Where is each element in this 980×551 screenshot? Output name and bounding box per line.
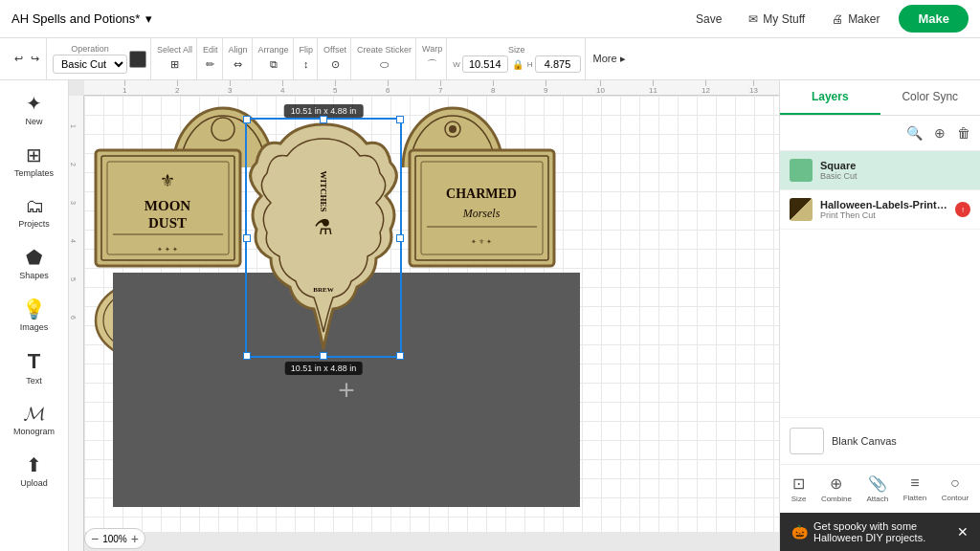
align-group: Align ⇔	[225, 38, 253, 79]
top-bar: AH Spells and Potions* ▾ Save ✉ My Stuff…	[0, 0, 980, 38]
warp-button[interactable]: ⌒	[424, 55, 440, 75]
text-icon: T	[28, 349, 40, 374]
main-area: ✦ New ⊞ Templates 🗂 Projects ⬟ Shapes 💡 …	[0, 80, 980, 551]
width-input[interactable]	[462, 55, 508, 73]
layer-item-square[interactable]: Square Basic Cut	[780, 151, 980, 190]
sidebar-item-projects[interactable]: 🗂 Projects	[6, 187, 63, 236]
sidebar-item-templates[interactable]: ⊞ Templates	[6, 136, 63, 186]
contour-action[interactable]: ○ Contour	[938, 471, 972, 507]
layer-badge-halloween: !	[955, 202, 970, 217]
sidebar-item-upload[interactable]: ⬆ Upload	[6, 446, 63, 496]
layer-item-halloween[interactable]: Halloween-Labels-Printa... Print Then Cu…	[780, 190, 980, 230]
sidebar-label-images: Images	[20, 322, 49, 332]
sidebar-item-shapes[interactable]: ⬟ Shapes	[6, 238, 63, 288]
more-button[interactable]: More ▸	[588, 53, 632, 65]
tab-layers[interactable]: Layers	[780, 80, 880, 115]
left-sidebar: ✦ New ⊞ Templates 🗂 Projects ⬟ Shapes 💡 …	[0, 80, 69, 551]
combine-action-label: Combine	[821, 495, 852, 503]
flip-button[interactable]: ↕	[301, 55, 312, 73]
monogram-icon: 𝓜	[24, 403, 44, 425]
offset-button[interactable]: ⊙	[328, 55, 343, 74]
sidebar-label-projects: Projects	[18, 219, 50, 229]
edit-button[interactable]: ✏	[203, 55, 217, 74]
save-button[interactable]: Save	[688, 9, 729, 30]
make-button[interactable]: Make	[899, 5, 969, 33]
label-witches-brew[interactable]: WITCHES BREW ⚗ 10.51 in x 4.88 in	[247, 120, 400, 354]
arrange-button[interactable]: ⧉	[267, 55, 280, 74]
projects-icon: 🗂	[25, 195, 44, 217]
align-item: Align ⇔	[229, 45, 248, 74]
select-all-item: Select All ⊞	[157, 45, 192, 74]
svg-text:⚗: ⚗	[314, 215, 333, 239]
toolbar: ↩ ↪ Operation Basic Cut Select All ⊞ Edi…	[0, 38, 980, 80]
my-stuff-button[interactable]: ✉ My Stuff	[741, 9, 813, 30]
flatten-action-icon: ≡	[910, 474, 919, 492]
offset-item: Offset ⊙	[323, 45, 346, 74]
size-action[interactable]: ⊡ Size	[788, 471, 811, 507]
edit-label: Edit	[203, 45, 218, 55]
sidebar-item-text[interactable]: T Text	[6, 342, 63, 393]
svg-point-6	[449, 125, 457, 133]
attach-action[interactable]: 📎 Attach	[862, 471, 892, 507]
align-button[interactable]: ⇔	[231, 55, 245, 74]
undo-button[interactable]: ↩	[11, 50, 26, 68]
panel-search-button[interactable]: 🔍	[904, 123, 924, 143]
zoom-in-button[interactable]: +	[131, 531, 139, 546]
layers-list: Square Basic Cut Halloween-Labels-Printa…	[780, 151, 980, 417]
envelope-icon: ✉	[748, 12, 758, 26]
layer-sub-halloween: Print Then Cut	[820, 210, 947, 220]
top-actions: Save ✉ My Stuff 🖨 Maker Make	[688, 5, 969, 33]
select-all-button[interactable]: ⊞	[167, 55, 182, 74]
flatten-action[interactable]: ≡ Flatten	[900, 471, 930, 507]
undo-redo-group: ↩ ↪	[8, 38, 47, 79]
width-label: W	[453, 60, 460, 69]
panel-delete-button[interactable]: 🗑	[955, 123, 972, 143]
svg-text:BREW: BREW	[313, 286, 333, 294]
edit-group: Edit ✏	[199, 38, 223, 79]
svg-text:WITCHES: WITCHES	[319, 170, 328, 211]
sidebar-label-new: New	[25, 117, 42, 126]
right-tabs: Layers Color Sync	[780, 80, 980, 116]
templates-icon: ⊞	[26, 143, 42, 166]
sidebar-label-text: Text	[26, 376, 42, 386]
height-input[interactable]	[535, 55, 581, 73]
zoom-control: − 100% +	[84, 528, 145, 549]
align-label: Align	[229, 45, 248, 55]
offset-label: Offset	[323, 45, 346, 55]
sidebar-item-monogram[interactable]: 𝓜 Monogram	[6, 395, 63, 444]
combine-action-icon: ⊕	[830, 474, 842, 493]
layer-info-halloween: Halloween-Labels-Printa... Print Then Cu…	[820, 199, 947, 220]
operation-item: Operation Basic Cut	[53, 44, 127, 74]
notification-message: Get spooky with some Halloween DIY proje…	[813, 520, 957, 543]
select-all-group: Select All ⊞	[153, 38, 197, 79]
maker-button[interactable]: 🖨 Maker	[824, 9, 887, 30]
title-area: AH Spells and Potions* ▾	[11, 11, 152, 26]
ruler-horizontal: 1 2 3 4 5 6 7 8 9 10 11 12 13	[84, 80, 779, 96]
notification-bar: 🎃 Get spooky with some Halloween DIY pro…	[780, 513, 980, 551]
blank-canvas-thumb	[790, 428, 824, 454]
svg-text:⚜: ⚜	[160, 171, 175, 190]
notification-close-button[interactable]: ✕	[957, 524, 969, 540]
title-dropdown-icon[interactable]: ▾	[145, 11, 152, 26]
size-group: Size W 🔒 H	[449, 38, 585, 79]
images-icon: 💡	[22, 298, 46, 320]
redo-button[interactable]: ↪	[28, 50, 42, 68]
canvas-content[interactable]: ⚜ MOON DUST ✦ ✦ ✦ WITCHES BREW	[84, 96, 779, 532]
sidebar-item-new[interactable]: ✦ New	[6, 84, 63, 134]
sidebar-label-monogram: Monogram	[13, 427, 55, 436]
zoom-out-button[interactable]: −	[91, 531, 99, 546]
sidebar-item-images[interactable]: 💡 Images	[6, 290, 63, 340]
operation-select[interactable]: Basic Cut	[53, 55, 127, 74]
sticker-button[interactable]: ⬭	[377, 55, 391, 74]
combine-action[interactable]: ⊕ Combine	[817, 471, 856, 507]
color-swatch[interactable]	[129, 51, 146, 68]
panel-tools: 🔍 ⊕ 🗑	[780, 116, 980, 151]
svg-text:MOON: MOON	[145, 198, 190, 213]
tab-color-sync[interactable]: Color Sync	[880, 80, 981, 115]
sidebar-label-shapes: Shapes	[19, 271, 49, 280]
flip-item: Flip ↕	[300, 45, 314, 73]
bottom-actions: ⊡ Size ⊕ Combine 📎 Attach ≡ Flatten ○ Co…	[780, 464, 980, 513]
warp-label: Warp	[422, 44, 442, 54]
panel-duplicate-button[interactable]: ⊕	[932, 123, 947, 143]
upload-icon: ⬆	[26, 453, 42, 476]
